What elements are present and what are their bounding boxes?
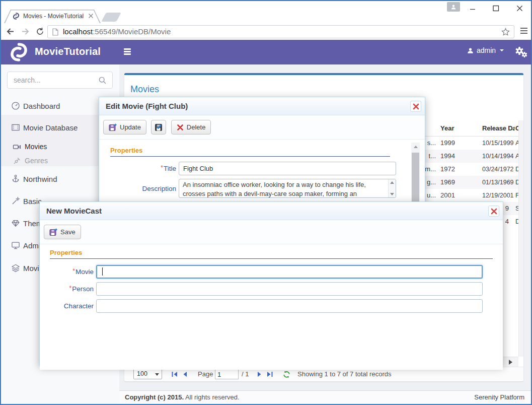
layers-icon: [11, 263, 20, 273]
character-field-row: Character: [40, 299, 503, 313]
edit-dialog-close-button[interactable]: [410, 101, 421, 112]
close-icon: [491, 208, 497, 215]
edit-dialog-titlebar[interactable]: Edit Movie (Fight Club): [99, 97, 425, 115]
browser-window: Movies - MovieTutorial: [0, 0, 532, 405]
description-field-row: Description An insomniac office worker, …: [99, 179, 407, 198]
new-moviecast-dialog: New MovieCast Save Properties *Movie *Pe…: [39, 201, 503, 366]
monitor-icon: [11, 241, 20, 250]
category-divider: [110, 156, 390, 157]
browser-toolbar: localhost:56549/MovieDB/Movie: [1, 23, 531, 40]
film-icon: [11, 123, 20, 132]
wand-icon: [11, 196, 20, 206]
page-title: Movies: [130, 84, 159, 95]
page-size-select[interactable]: 100: [133, 369, 162, 379]
person-field-row: *Person: [40, 282, 503, 296]
title-label: Title: [164, 165, 176, 172]
description-textarea[interactable]: An insomniac office worker, looking for …: [179, 179, 396, 198]
scroll-up-icon: [390, 181, 394, 184]
new-dialog-toolbar: Save: [40, 220, 503, 244]
window-minimize-button[interactable]: [464, 1, 481, 15]
title-field-row: *Title: [99, 162, 407, 175]
settings-gears-icon[interactable]: [514, 46, 527, 58]
tab-title: Movies - MovieTutorial: [23, 13, 84, 20]
next-page-icon[interactable]: [256, 371, 263, 378]
page-icon: [52, 28, 58, 36]
sidebar-search: [7, 72, 113, 89]
footer-rights: All rights reserved.: [185, 393, 240, 401]
profile-avatar-icon[interactable]: [447, 2, 460, 12]
close-icon: [413, 103, 419, 110]
category-title: Properties: [50, 249, 493, 256]
update-button[interactable]: Update: [103, 120, 146, 134]
title-input[interactable]: [179, 162, 396, 175]
text-cursor: [102, 267, 103, 276]
person-input[interactable]: [96, 282, 483, 296]
browser-menu-icon[interactable]: [520, 27, 528, 35]
browser-tab[interactable]: Movies - MovieTutorial: [4, 10, 101, 23]
window-maximize-button[interactable]: [487, 1, 504, 15]
user-menu[interactable]: admin: [467, 46, 504, 54]
save-icon: [109, 123, 117, 131]
diamond-icon: [11, 219, 20, 228]
sidebar-toggle-icon[interactable]: [124, 48, 131, 56]
movie-input[interactable]: [96, 265, 483, 279]
save-icon: [49, 228, 57, 236]
tab-close-icon[interactable]: [88, 13, 94, 19]
new-dialog-close-button[interactable]: [488, 206, 499, 217]
scroll-up-button[interactable]: [411, 143, 420, 151]
column-header-year[interactable]: Year: [440, 120, 476, 137]
browser-titlebar: Movies - MovieTutorial: [1, 1, 531, 23]
address-bar[interactable]: localhost:56549/MovieDB/Movie: [47, 25, 514, 38]
footer-platform: Serenity Platform: [474, 391, 524, 404]
favicon-swirl-icon: [12, 12, 20, 20]
footer: Copyright (c) 2015. All rights reserved.…: [119, 390, 531, 404]
category-title: Properties: [110, 147, 390, 154]
new-dialog-title: New MovieCast: [46, 202, 102, 220]
person-label: Person: [72, 285, 94, 293]
apply-changes-button[interactable]: [151, 120, 166, 134]
category-divider: [50, 258, 493, 259]
textarea-scrollbar[interactable]: [388, 179, 396, 197]
last-page-icon[interactable]: [266, 371, 273, 378]
delete-button[interactable]: Delete: [171, 120, 211, 134]
refresh-grid-icon[interactable]: [282, 370, 291, 379]
refresh-icon[interactable]: [36, 27, 44, 36]
pin-icon: [13, 157, 21, 165]
scroll-down-icon: [390, 193, 394, 195]
description-label: Description: [99, 185, 179, 192]
search-icon[interactable]: [99, 77, 106, 84]
page-number-input[interactable]: [215, 369, 239, 379]
forward-icon[interactable]: [21, 27, 30, 36]
anchor-icon: [11, 174, 20, 183]
app-navbar: MovieTutorial admin: [1, 40, 531, 64]
window-close-button[interactable]: [511, 1, 528, 15]
edit-dialog-title: Edit Movie (Fight Club): [106, 97, 188, 115]
new-dialog-titlebar[interactable]: New MovieCast: [40, 202, 503, 220]
save-button[interactable]: Save: [44, 225, 81, 239]
url-text: localhost:56549/MovieDB/Movie: [63, 27, 171, 36]
user-name: admin: [477, 46, 496, 54]
bookmark-star-icon[interactable]: [501, 28, 510, 36]
dashboard-icon: [11, 101, 20, 110]
edit-dialog-toolbar: Update Delete: [99, 115, 425, 140]
serenity-logo-icon: [9, 42, 29, 62]
brand-title: MovieTutorial: [35, 46, 101, 57]
new-dialog-body: Properties *Movie *Person Character: [40, 249, 503, 370]
grid-vertical-scrollbar[interactable]: [518, 120, 523, 357]
video-camera-icon: [13, 143, 21, 151]
character-label: Character: [40, 302, 96, 310]
save-check-icon: [155, 123, 163, 131]
search-input[interactable]: [14, 75, 94, 85]
user-icon: [467, 47, 474, 54]
movie-label: Movie: [75, 268, 94, 276]
new-tab-button[interactable]: [101, 13, 121, 22]
first-page-icon[interactable]: [171, 371, 179, 378]
delete-x-icon: [177, 124, 184, 131]
column-header-release-date[interactable]: Release Da...: [482, 120, 515, 137]
scroll-right-icon[interactable]: [509, 360, 512, 365]
chevron-down-icon: [500, 49, 504, 51]
movie-field-row: *Movie: [40, 265, 503, 279]
character-input[interactable]: [96, 299, 483, 313]
prev-page-icon[interactable]: [182, 371, 188, 378]
back-icon[interactable]: [6, 27, 15, 36]
